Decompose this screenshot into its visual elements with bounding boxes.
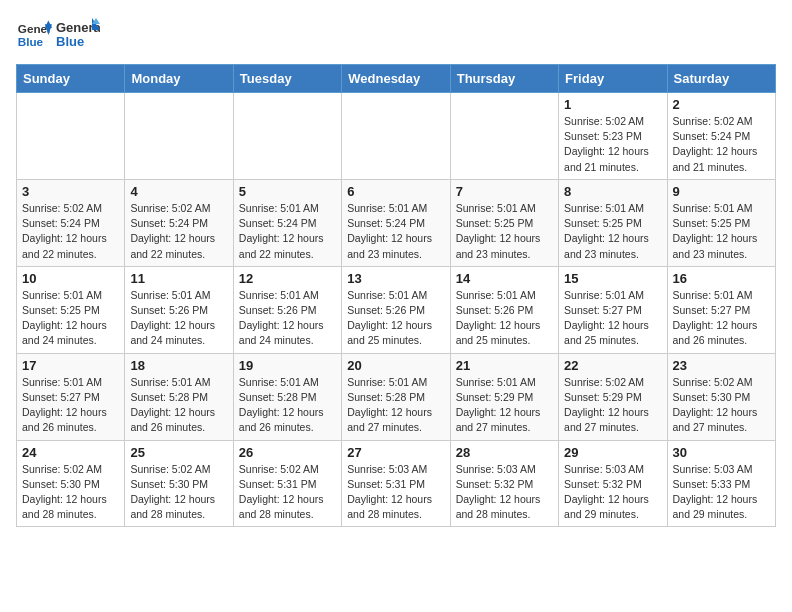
calendar-cell: 21Sunrise: 5:01 AMSunset: 5:29 PMDayligh… xyxy=(450,353,558,440)
day-number: 24 xyxy=(22,445,119,460)
day-info: Sunrise: 5:03 AMSunset: 5:31 PMDaylight:… xyxy=(347,462,444,523)
day-info: Sunrise: 5:02 AMSunset: 5:24 PMDaylight:… xyxy=(22,201,119,262)
day-info: Sunrise: 5:02 AMSunset: 5:29 PMDaylight:… xyxy=(564,375,661,436)
day-info: Sunrise: 5:02 AMSunset: 5:23 PMDaylight:… xyxy=(564,114,661,175)
day-info: Sunrise: 5:02 AMSunset: 5:31 PMDaylight:… xyxy=(239,462,336,523)
calendar-cell xyxy=(17,93,125,180)
day-number: 3 xyxy=(22,184,119,199)
day-number: 12 xyxy=(239,271,336,286)
day-number: 13 xyxy=(347,271,444,286)
calendar-cell: 22Sunrise: 5:02 AMSunset: 5:29 PMDayligh… xyxy=(559,353,667,440)
day-info: Sunrise: 5:01 AMSunset: 5:29 PMDaylight:… xyxy=(456,375,553,436)
calendar-week-row: 10Sunrise: 5:01 AMSunset: 5:25 PMDayligh… xyxy=(17,266,776,353)
day-number: 30 xyxy=(673,445,770,460)
day-number: 20 xyxy=(347,358,444,373)
day-number: 9 xyxy=(673,184,770,199)
day-info: Sunrise: 5:03 AMSunset: 5:33 PMDaylight:… xyxy=(673,462,770,523)
day-number: 19 xyxy=(239,358,336,373)
calendar-cell: 19Sunrise: 5:01 AMSunset: 5:28 PMDayligh… xyxy=(233,353,341,440)
day-info: Sunrise: 5:03 AMSunset: 5:32 PMDaylight:… xyxy=(564,462,661,523)
calendar-cell xyxy=(125,93,233,180)
calendar-cell xyxy=(450,93,558,180)
calendar-week-row: 24Sunrise: 5:02 AMSunset: 5:30 PMDayligh… xyxy=(17,440,776,527)
calendar-week-row: 1Sunrise: 5:02 AMSunset: 5:23 PMDaylight… xyxy=(17,93,776,180)
calendar-cell: 30Sunrise: 5:03 AMSunset: 5:33 PMDayligh… xyxy=(667,440,775,527)
day-number: 22 xyxy=(564,358,661,373)
general-blue-logo-svg: General Blue xyxy=(56,16,100,54)
column-header-wednesday: Wednesday xyxy=(342,65,450,93)
calendar-cell: 15Sunrise: 5:01 AMSunset: 5:27 PMDayligh… xyxy=(559,266,667,353)
page-header: General Blue General Blue xyxy=(16,16,776,54)
calendar-cell: 3Sunrise: 5:02 AMSunset: 5:24 PMDaylight… xyxy=(17,179,125,266)
calendar-cell: 10Sunrise: 5:01 AMSunset: 5:25 PMDayligh… xyxy=(17,266,125,353)
calendar-cell: 7Sunrise: 5:01 AMSunset: 5:25 PMDaylight… xyxy=(450,179,558,266)
day-info: Sunrise: 5:02 AMSunset: 5:30 PMDaylight:… xyxy=(22,462,119,523)
calendar-cell: 27Sunrise: 5:03 AMSunset: 5:31 PMDayligh… xyxy=(342,440,450,527)
day-info: Sunrise: 5:01 AMSunset: 5:25 PMDaylight:… xyxy=(564,201,661,262)
day-number: 4 xyxy=(130,184,227,199)
day-info: Sunrise: 5:01 AMSunset: 5:28 PMDaylight:… xyxy=(239,375,336,436)
column-header-sunday: Sunday xyxy=(17,65,125,93)
svg-text:Blue: Blue xyxy=(56,34,84,49)
calendar-cell: 14Sunrise: 5:01 AMSunset: 5:26 PMDayligh… xyxy=(450,266,558,353)
calendar-cell: 18Sunrise: 5:01 AMSunset: 5:28 PMDayligh… xyxy=(125,353,233,440)
calendar-cell: 5Sunrise: 5:01 AMSunset: 5:24 PMDaylight… xyxy=(233,179,341,266)
day-info: Sunrise: 5:02 AMSunset: 5:24 PMDaylight:… xyxy=(673,114,770,175)
day-number: 26 xyxy=(239,445,336,460)
day-info: Sunrise: 5:01 AMSunset: 5:25 PMDaylight:… xyxy=(456,201,553,262)
day-info: Sunrise: 5:01 AMSunset: 5:26 PMDaylight:… xyxy=(130,288,227,349)
day-number: 1 xyxy=(564,97,661,112)
day-number: 2 xyxy=(673,97,770,112)
day-number: 27 xyxy=(347,445,444,460)
calendar-header-row: SundayMondayTuesdayWednesdayThursdayFrid… xyxy=(17,65,776,93)
day-number: 8 xyxy=(564,184,661,199)
day-number: 14 xyxy=(456,271,553,286)
column-header-saturday: Saturday xyxy=(667,65,775,93)
calendar-cell xyxy=(233,93,341,180)
column-header-monday: Monday xyxy=(125,65,233,93)
calendar-cell: 23Sunrise: 5:02 AMSunset: 5:30 PMDayligh… xyxy=(667,353,775,440)
calendar-cell: 26Sunrise: 5:02 AMSunset: 5:31 PMDayligh… xyxy=(233,440,341,527)
svg-text:Blue: Blue xyxy=(18,35,44,48)
day-number: 6 xyxy=(347,184,444,199)
calendar-cell: 4Sunrise: 5:02 AMSunset: 5:24 PMDaylight… xyxy=(125,179,233,266)
column-header-friday: Friday xyxy=(559,65,667,93)
day-info: Sunrise: 5:01 AMSunset: 5:28 PMDaylight:… xyxy=(347,375,444,436)
calendar-cell: 28Sunrise: 5:03 AMSunset: 5:32 PMDayligh… xyxy=(450,440,558,527)
calendar-table: SundayMondayTuesdayWednesdayThursdayFrid… xyxy=(16,64,776,527)
day-info: Sunrise: 5:01 AMSunset: 5:24 PMDaylight:… xyxy=(239,201,336,262)
day-info: Sunrise: 5:02 AMSunset: 5:30 PMDaylight:… xyxy=(673,375,770,436)
day-number: 16 xyxy=(673,271,770,286)
column-header-thursday: Thursday xyxy=(450,65,558,93)
day-info: Sunrise: 5:01 AMSunset: 5:27 PMDaylight:… xyxy=(564,288,661,349)
calendar-cell: 2Sunrise: 5:02 AMSunset: 5:24 PMDaylight… xyxy=(667,93,775,180)
day-info: Sunrise: 5:01 AMSunset: 5:26 PMDaylight:… xyxy=(456,288,553,349)
day-number: 23 xyxy=(673,358,770,373)
calendar-cell: 12Sunrise: 5:01 AMSunset: 5:26 PMDayligh… xyxy=(233,266,341,353)
calendar-cell: 6Sunrise: 5:01 AMSunset: 5:24 PMDaylight… xyxy=(342,179,450,266)
day-number: 5 xyxy=(239,184,336,199)
calendar-cell: 13Sunrise: 5:01 AMSunset: 5:26 PMDayligh… xyxy=(342,266,450,353)
calendar-cell: 1Sunrise: 5:02 AMSunset: 5:23 PMDaylight… xyxy=(559,93,667,180)
calendar-cell: 24Sunrise: 5:02 AMSunset: 5:30 PMDayligh… xyxy=(17,440,125,527)
day-number: 29 xyxy=(564,445,661,460)
calendar-cell: 16Sunrise: 5:01 AMSunset: 5:27 PMDayligh… xyxy=(667,266,775,353)
calendar-cell: 17Sunrise: 5:01 AMSunset: 5:27 PMDayligh… xyxy=(17,353,125,440)
day-number: 18 xyxy=(130,358,227,373)
calendar-cell: 20Sunrise: 5:01 AMSunset: 5:28 PMDayligh… xyxy=(342,353,450,440)
calendar-cell: 8Sunrise: 5:01 AMSunset: 5:25 PMDaylight… xyxy=(559,179,667,266)
day-number: 15 xyxy=(564,271,661,286)
calendar-cell: 9Sunrise: 5:01 AMSunset: 5:25 PMDaylight… xyxy=(667,179,775,266)
day-number: 28 xyxy=(456,445,553,460)
day-number: 7 xyxy=(456,184,553,199)
calendar-cell: 11Sunrise: 5:01 AMSunset: 5:26 PMDayligh… xyxy=(125,266,233,353)
calendar-week-row: 3Sunrise: 5:02 AMSunset: 5:24 PMDaylight… xyxy=(17,179,776,266)
logo: General Blue General Blue xyxy=(16,16,100,54)
day-info: Sunrise: 5:01 AMSunset: 5:27 PMDaylight:… xyxy=(22,375,119,436)
day-number: 10 xyxy=(22,271,119,286)
day-info: Sunrise: 5:01 AMSunset: 5:24 PMDaylight:… xyxy=(347,201,444,262)
day-info: Sunrise: 5:01 AMSunset: 5:28 PMDaylight:… xyxy=(130,375,227,436)
day-info: Sunrise: 5:01 AMSunset: 5:26 PMDaylight:… xyxy=(347,288,444,349)
day-number: 17 xyxy=(22,358,119,373)
day-info: Sunrise: 5:03 AMSunset: 5:32 PMDaylight:… xyxy=(456,462,553,523)
